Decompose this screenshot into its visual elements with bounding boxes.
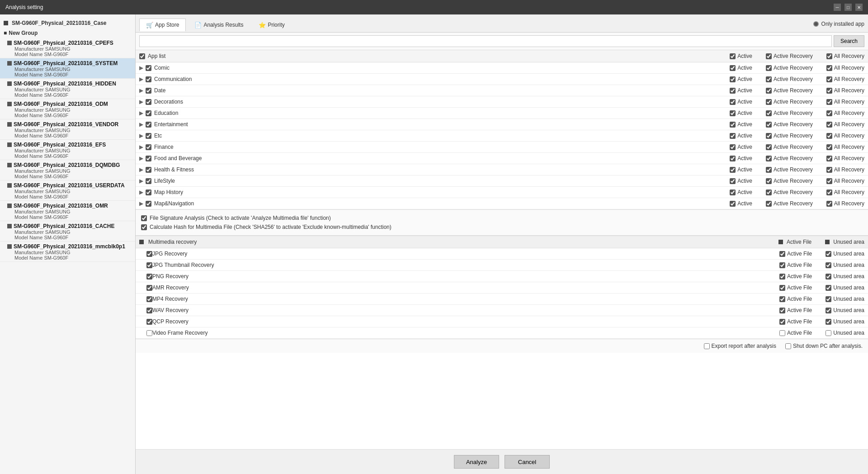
mm-active-file-1[interactable] (779, 262, 785, 268)
tab-priority[interactable]: ⭐Priority (252, 19, 291, 31)
sidebar-item-cpefs[interactable]: SM-G960F_Physical_20210316_CPEFS Manufac… (0, 38, 135, 58)
category-check-12[interactable] (146, 201, 151, 207)
mm-check-2[interactable] (146, 274, 152, 280)
category-row-2[interactable]: ▶ Date Active Active Recovery All Recove… (136, 85, 868, 96)
cancel-button[interactable]: Cancel (505, 455, 550, 469)
cat-active-rec-2[interactable] (766, 88, 772, 94)
category-expand-8[interactable]: ▶ (139, 155, 146, 161)
sidebar-item-vendor[interactable]: SM-G960F_Physical_20210316_VENDOR Manufa… (0, 119, 135, 140)
sidebar-item-omr[interactable]: SM-G960F_Physical_20210316_OMR Manufactu… (0, 201, 135, 221)
cat-active-rec-7[interactable] (766, 144, 772, 150)
search-button[interactable]: Search (834, 35, 864, 47)
category-row-7[interactable]: ▶ Finance Active Active Recovery All Rec… (136, 142, 868, 153)
category-check-4[interactable] (146, 110, 151, 116)
window-controls[interactable]: ─ □ ✕ (834, 4, 863, 11)
category-check-8[interactable] (146, 156, 151, 161)
category-check-11[interactable] (146, 190, 151, 195)
cat-active-rec-8[interactable] (766, 156, 772, 161)
category-row-10[interactable]: ▶ LifeStyle Active Active Recovery All R… (136, 175, 868, 187)
maximize-button[interactable]: □ (844, 4, 852, 11)
category-check-9[interactable] (146, 167, 151, 173)
cat-active-rec-10[interactable] (766, 178, 772, 184)
category-expand-3[interactable]: ▶ (139, 99, 146, 105)
mm-check-5[interactable] (146, 308, 152, 313)
cat-active-3[interactable] (730, 99, 736, 105)
category-expand-9[interactable]: ▶ (139, 166, 146, 173)
cat-active-rec-12[interactable] (766, 201, 772, 207)
mm-row-1[interactable]: JPG Thumbnail Recovery Active File Unuse… (136, 260, 868, 271)
mm-row-3[interactable]: AMR Recovery Active File Unused area (136, 282, 868, 294)
calc-hash-checkbox[interactable] (141, 224, 147, 230)
category-row-4[interactable]: ▶ Education Active Active Recovery All R… (136, 108, 868, 119)
mm-check-3[interactable] (146, 285, 152, 291)
category-row-11[interactable]: ▶ Map History Active Active Recovery All… (136, 187, 868, 198)
cat-active-5[interactable] (730, 122, 736, 128)
cat-active-rec-6[interactable] (766, 133, 772, 139)
sidebar-item-odm[interactable]: SM-G960F_Physical_20210316_ODM Manufactu… (0, 99, 135, 119)
cat-all-rec-9[interactable] (826, 167, 832, 173)
category-expand-5[interactable]: ▶ (139, 121, 146, 128)
cat-all-rec-1[interactable] (826, 76, 832, 82)
category-row-5[interactable]: ▶ Entertainment Active Active Recovery A… (136, 119, 868, 130)
tab-appstore[interactable]: 🛒App Store (139, 19, 186, 31)
sidebar-item-mmcblk0p1[interactable]: SM-G960F_Physical_20210316_mmcblk0p1 Man… (0, 242, 135, 262)
sidebar-item-efs[interactable]: SM-G960F_Physical_20210316_EFS Manufactu… (0, 140, 135, 160)
category-row-0[interactable]: ▶ Comic Active Active Recovery All Recov… (136, 62, 868, 74)
file-signature-option[interactable]: File Signature Analysis (Check to activa… (141, 213, 863, 223)
cat-all-rec-0[interactable] (826, 65, 832, 71)
analyze-button[interactable]: Analyze (454, 455, 499, 469)
active-recovery-col-header-check[interactable] (766, 53, 772, 59)
category-expand-0[interactable]: ▶ (139, 65, 146, 71)
mm-check-0[interactable] (146, 251, 152, 257)
mm-check-4[interactable] (146, 296, 152, 302)
mm-unused-7[interactable] (826, 330, 831, 336)
category-expand-6[interactable]: ▶ (139, 133, 146, 139)
mm-active-file-4[interactable] (779, 296, 785, 302)
cat-all-rec-4[interactable] (826, 110, 832, 116)
cat-active-rec-9[interactable] (766, 167, 772, 173)
cat-active-rec-1[interactable] (766, 76, 772, 82)
category-check-10[interactable] (146, 178, 151, 184)
cat-active-8[interactable] (730, 156, 736, 161)
category-check-1[interactable] (146, 76, 151, 82)
mm-unused-0[interactable] (826, 251, 831, 257)
mm-active-file-3[interactable] (779, 285, 785, 291)
category-row-9[interactable]: ▶ Health & Fitness Active Active Recover… (136, 164, 868, 175)
search-input[interactable] (139, 35, 832, 47)
cat-active-10[interactable] (730, 178, 736, 184)
mm-check-1[interactable] (146, 262, 152, 268)
mm-check-7[interactable] (146, 330, 152, 336)
cat-active-2[interactable] (730, 88, 736, 94)
cat-active-rec-5[interactable] (766, 122, 772, 128)
sidebar-item-cache[interactable]: SM-G960F_Physical_20210316_CACHE Manufac… (0, 221, 135, 242)
close-button[interactable]: ✕ (855, 4, 863, 11)
mm-active-file-2[interactable] (779, 274, 785, 280)
cat-all-rec-3[interactable] (826, 99, 832, 105)
cat-active-1[interactable] (730, 76, 736, 82)
cat-active-rec-3[interactable] (766, 99, 772, 105)
cat-active-rec-4[interactable] (766, 110, 772, 116)
mm-unused-6[interactable] (826, 319, 831, 325)
cat-active-7[interactable] (730, 144, 736, 150)
mm-active-file-5[interactable] (779, 308, 785, 313)
mm-unused-4[interactable] (826, 296, 831, 302)
category-expand-11[interactable]: ▶ (139, 189, 146, 195)
app-list-checkbox[interactable] (139, 53, 145, 59)
mm-row-7[interactable]: Video Frame Recovery Active File Unused … (136, 327, 868, 339)
category-expand-4[interactable]: ▶ (139, 110, 146, 116)
cat-all-rec-2[interactable] (826, 88, 832, 94)
category-expand-12[interactable]: ▶ (139, 200, 146, 207)
mm-unused-1[interactable] (826, 262, 831, 268)
cat-all-rec-6[interactable] (826, 133, 832, 139)
cat-active-11[interactable] (730, 190, 736, 195)
mm-unused-3[interactable] (826, 285, 831, 291)
category-row-8[interactable]: ▶ Food and Beverage Active Active Recove… (136, 153, 868, 164)
category-check-6[interactable] (146, 133, 151, 139)
all-recovery-col-header-check[interactable] (826, 53, 832, 59)
category-expand-2[interactable]: ▶ (139, 87, 146, 94)
cat-all-rec-11[interactable] (826, 190, 832, 195)
category-check-2[interactable] (146, 88, 151, 94)
mm-active-file-0[interactable] (779, 251, 785, 257)
cat-all-rec-7[interactable] (826, 144, 832, 150)
export-report-checkbox[interactable] (704, 343, 710, 349)
